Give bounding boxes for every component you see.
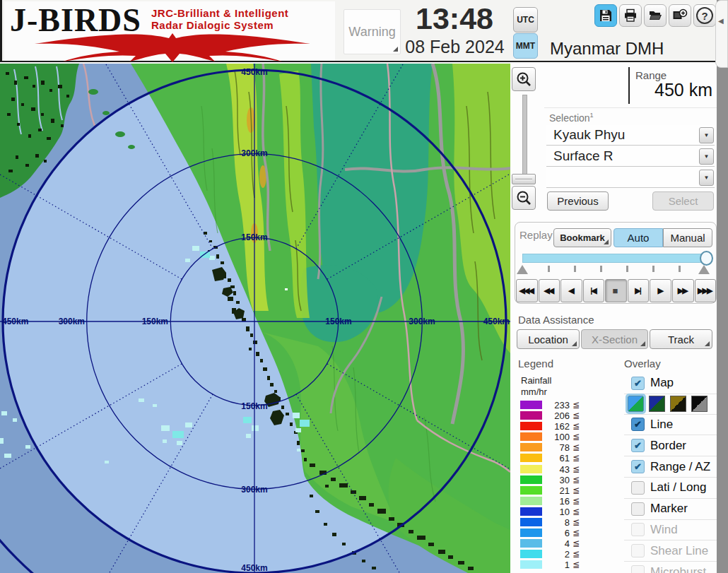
overlay-item-label: Lati / Long bbox=[650, 480, 706, 495]
legend-label: Legend bbox=[518, 358, 553, 370]
legend-value: 4 bbox=[544, 538, 570, 549]
save-icon bbox=[599, 8, 613, 23]
overlay-row[interactable]: ✔ Wind bbox=[624, 519, 717, 540]
map-style-swatch[interactable] bbox=[628, 396, 644, 412]
chevron-down-icon[interactable]: ▼ bbox=[699, 148, 714, 165]
zoom-in-button[interactable] bbox=[512, 67, 536, 91]
clock-date: 08 Feb 2024 bbox=[389, 37, 520, 57]
chevron-down-icon[interactable]: ▼ bbox=[699, 127, 714, 143]
jbirds-logo: J-BIRDS JRC-Brilliant & Intelligent Rada… bbox=[4, 1, 335, 61]
map-style-swatch[interactable] bbox=[670, 396, 686, 412]
playback-button[interactable]: ◀◀◀ bbox=[516, 279, 538, 302]
checkbox[interactable]: ✔ bbox=[631, 377, 645, 390]
playback-button[interactable]: ◀ bbox=[560, 279, 582, 302]
panel-collapse-tab[interactable] bbox=[715, 0, 728, 68]
replay-label: Replay bbox=[519, 229, 553, 241]
slider-end-marker[interactable] bbox=[698, 265, 710, 274]
ring-label: 150km bbox=[241, 232, 267, 242]
overlay-label: Overlay bbox=[624, 358, 661, 370]
open-file-button[interactable] bbox=[644, 4, 667, 27]
track-button[interactable]: Track bbox=[650, 329, 712, 349]
auto-button[interactable]: Auto bbox=[613, 228, 663, 247]
playback-button[interactable]: ▶▶▶ bbox=[695, 279, 717, 302]
overlay-row[interactable]: ✔ Microburst bbox=[624, 561, 717, 573]
extra-dropdown[interactable]: ▼ bbox=[546, 167, 715, 188]
add-image-button[interactable] bbox=[669, 4, 691, 27]
playback-button[interactable]: ◀◀ bbox=[539, 279, 560, 302]
range-value: 450 km bbox=[608, 80, 712, 100]
utc-button[interactable]: UTC bbox=[513, 7, 538, 33]
bookmark-button[interactable]: Bookmark bbox=[553, 228, 611, 247]
checkbox[interactable]: ✔ bbox=[631, 460, 645, 473]
overlay-item-label: Shear Line bbox=[650, 544, 708, 558]
radar-map[interactable]: 450km 300km 150km 150km 300km 450km 450k… bbox=[0, 64, 510, 573]
less-equal-sign: ≦ bbox=[573, 538, 580, 548]
checkbox[interactable]: ✔ bbox=[631, 565, 645, 573]
playback-button[interactable]: ▶▶ bbox=[672, 279, 694, 302]
ring-label: 450km bbox=[2, 317, 28, 326]
product-dropdown[interactable]: Surface R ▼ bbox=[546, 146, 715, 167]
playback-button[interactable]: ▶| bbox=[628, 279, 650, 302]
zoom-out-button[interactable] bbox=[512, 186, 536, 210]
legend-row: 206 ≦ bbox=[520, 410, 587, 421]
less-equal-sign: ≦ bbox=[573, 453, 580, 463]
chevron-down-icon[interactable]: ▼ bbox=[699, 170, 714, 186]
overlay-row[interactable]: ✔ Shear Line bbox=[624, 540, 717, 561]
help-button[interactable]: ? bbox=[693, 4, 716, 27]
clock-time: 13:48 bbox=[398, 1, 511, 36]
zoom-out-icon bbox=[516, 190, 532, 206]
legend-row: 1 ≦ bbox=[520, 560, 587, 570]
site-dropdown[interactable]: Kyauk Phyu ▼ bbox=[546, 125, 715, 146]
slider-start-marker[interactable] bbox=[517, 265, 528, 274]
help-icon: ? bbox=[696, 7, 713, 24]
print-button[interactable] bbox=[619, 4, 642, 27]
overlay-row[interactable]: ✔ Lati / Long bbox=[624, 477, 717, 498]
overlay-row[interactable]: ✔ Line bbox=[624, 414, 717, 435]
overlay-row[interactable]: ✔ Range / AZ bbox=[624, 456, 717, 477]
legend-color-swatch bbox=[520, 528, 542, 537]
ring-label: 300km bbox=[241, 485, 267, 495]
checkbox[interactable]: ✔ bbox=[631, 502, 645, 516]
replay-slider-handle[interactable] bbox=[700, 251, 713, 266]
checkbox[interactable]: ✔ bbox=[631, 439, 645, 452]
location-button[interactable]: Location bbox=[517, 329, 580, 349]
legend-color-swatch bbox=[520, 432, 542, 441]
check-icon: ✔ bbox=[634, 419, 642, 430]
overlay-row[interactable]: ✔ Marker bbox=[624, 498, 717, 519]
legend-color-swatch bbox=[520, 550, 542, 558]
zoom-slider-handle[interactable] bbox=[512, 174, 536, 184]
checkbox[interactable]: ✔ bbox=[631, 481, 645, 495]
ring-label: 450km bbox=[241, 67, 267, 77]
x-section-button: X-Section bbox=[581, 329, 648, 349]
collapse-arrow-icon: ◀ bbox=[718, 17, 724, 25]
ring-label: 150km bbox=[142, 317, 168, 326]
legend-color-swatch bbox=[520, 401, 542, 409]
less-equal-sign: ≦ bbox=[573, 410, 580, 420]
rainfall-legend: 233 ≦ 206 ≦ 162 ≦ 100 ≦ bbox=[520, 400, 587, 571]
ring-label: 450km bbox=[483, 317, 510, 326]
mmt-button[interactable]: MMT bbox=[513, 33, 538, 59]
section-divider bbox=[544, 107, 717, 108]
zoom-slider-track[interactable] bbox=[522, 95, 527, 179]
save-button[interactable] bbox=[594, 4, 617, 27]
legend-value: 233 bbox=[544, 400, 570, 410]
playback-button[interactable]: ■ bbox=[605, 279, 627, 302]
replay-slider-track[interactable] bbox=[522, 254, 710, 263]
checkbox[interactable]: ✔ bbox=[631, 418, 645, 431]
select-button: Select bbox=[652, 191, 714, 211]
legend-color-swatch bbox=[520, 443, 542, 451]
map-style-swatch[interactable] bbox=[691, 396, 708, 412]
checkbox[interactable]: ✔ bbox=[631, 544, 645, 557]
playback-controls: ◀◀◀ ◀◀ ◀ |◀ ■ ▶| ▶ ▶▶ ▶▶▶ bbox=[516, 279, 716, 302]
manual-button[interactable]: Manual bbox=[663, 228, 712, 247]
previous-button[interactable]: Previous bbox=[547, 191, 609, 211]
playback-button[interactable]: ▶ bbox=[650, 279, 671, 302]
checkbox[interactable]: ✔ bbox=[631, 523, 645, 536]
legend-value: 206 bbox=[544, 410, 570, 421]
overlay-row[interactable]: ✔ Border bbox=[624, 435, 717, 456]
open-folder-icon bbox=[648, 8, 662, 23]
overlay-item-label: Map bbox=[650, 376, 674, 390]
overlay-row-map[interactable]: ✔ Map bbox=[624, 373, 717, 394]
playback-button[interactable]: |◀ bbox=[583, 279, 605, 302]
map-style-swatch[interactable] bbox=[649, 396, 665, 412]
